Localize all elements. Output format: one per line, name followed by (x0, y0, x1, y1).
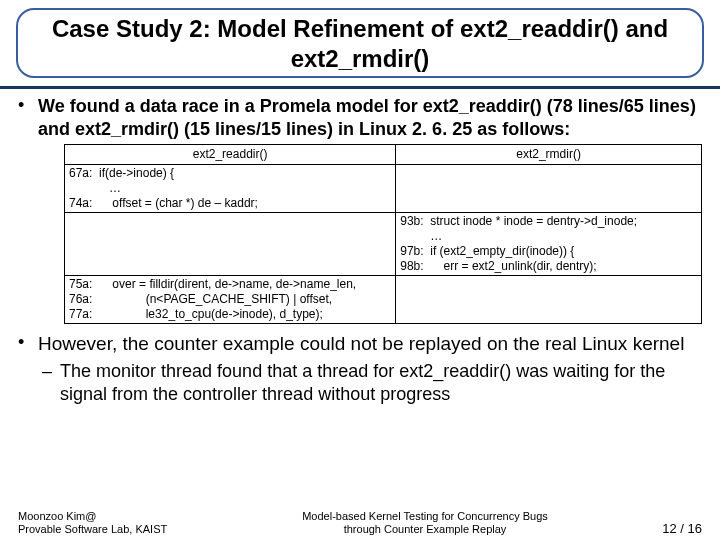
sub-bullet-1: – The monitor thread found that a thread… (42, 360, 702, 406)
footer-pagenum: 12 / 16 (642, 521, 702, 536)
slide-title-frame: Case Study 2: Model Refinement of ext2_r… (16, 8, 704, 78)
cell-r3-right (396, 276, 702, 324)
cell-r3-left: 75a: over = filldir(dirent, de->name, de… (65, 276, 396, 324)
footer-title-2: through Counter Example Replay (208, 523, 642, 536)
bullet-1-text: We found a data race in a Promela model … (38, 95, 702, 140)
bullet-2-text: However, the counter example could not b… (38, 332, 684, 356)
footer-affiliation: Provable Software Lab, KAIST (18, 523, 208, 536)
footer-center: Model-based Kernel Testing for Concurren… (208, 510, 642, 536)
footer-author: Moonzoo Kim@ (18, 510, 208, 523)
bullet-marker: • (18, 332, 30, 354)
content-area: • We found a data race in a Promela mode… (0, 89, 720, 411)
cell-r2-right: 93b: struct inode * inode = dentry->d_in… (396, 213, 702, 276)
footer-left: Moonzoo Kim@ Provable Software Lab, KAIS… (18, 510, 208, 536)
cell-r1-left: 67a: if(de->inode) { … 74a: offset = (ch… (65, 165, 396, 213)
slide-title: Case Study 2: Model Refinement of ext2_r… (30, 14, 690, 74)
code-table: ext2_readdir() ext2_rmdir() 67a: if(de->… (64, 144, 702, 324)
cell-r2-left (65, 213, 396, 276)
cell-r1-right (396, 165, 702, 213)
bullet-2: • However, the counter example could not… (18, 332, 702, 356)
bullet-marker: • (18, 95, 30, 117)
table-head-right: ext2_rmdir() (396, 145, 702, 165)
sub-bullet-1-text: The monitor thread found that a thread f… (60, 360, 702, 406)
dash-marker: – (42, 360, 52, 383)
table-head-left: ext2_readdir() (65, 145, 396, 165)
bullet-1: • We found a data race in a Promela mode… (18, 95, 702, 140)
footer-title-1: Model-based Kernel Testing for Concurren… (208, 510, 642, 523)
slide-footer: Moonzoo Kim@ Provable Software Lab, KAIS… (0, 510, 720, 536)
